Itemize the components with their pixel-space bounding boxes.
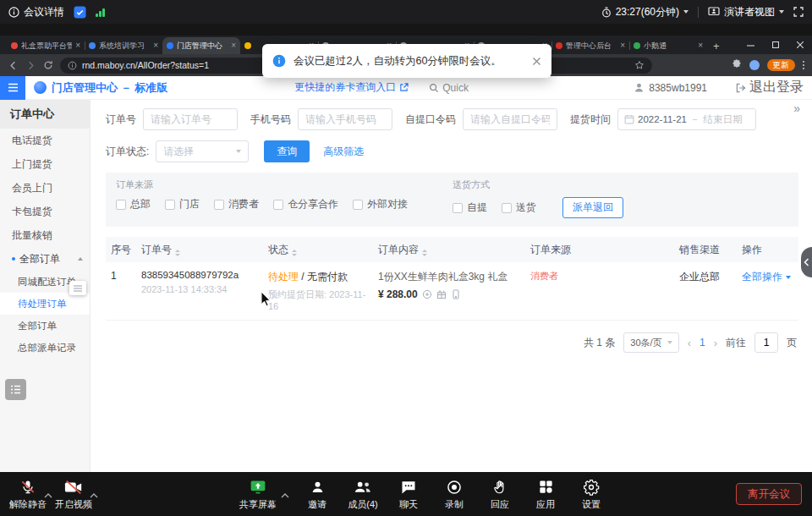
- coupon-query-link[interactable]: 更快捷的券卡查询入口: [294, 80, 409, 95]
- forward-button[interactable]: [25, 60, 36, 71]
- invite-button[interactable]: 邀请: [298, 478, 337, 511]
- sidebar-item-card-pickup[interactable]: 卡包提货: [0, 200, 90, 223]
- network-signal-icon[interactable]: [96, 8, 105, 17]
- phone-input[interactable]: [298, 108, 392, 130]
- dispatch-return-button[interactable]: 派单退回: [562, 197, 623, 218]
- toast-close-icon[interactable]: [532, 57, 541, 66]
- all-actions-link[interactable]: 全部操作: [742, 270, 782, 284]
- prev-page-button[interactable]: ‹: [688, 338, 691, 349]
- browser-tab[interactable]: 小鹅通 ×: [629, 37, 707, 54]
- tab-close-icon[interactable]: ×: [698, 41, 703, 50]
- app-menu-button[interactable]: [0, 76, 25, 100]
- view-mode-switcher[interactable]: 演讲者视图: [708, 5, 784, 19]
- tab-close-icon[interactable]: ×: [231, 41, 236, 50]
- tab-close-icon[interactable]: ×: [620, 41, 625, 50]
- sidebar-sub-all-orders[interactable]: 全部订单: [0, 315, 90, 337]
- order-created-time: 2023-11-13 14:33:34: [141, 284, 263, 294]
- window-maximize-button[interactable]: [763, 36, 787, 54]
- leave-meeting-button[interactable]: 离开会议: [736, 483, 802, 505]
- page-size-select[interactable]: 30条/页: [623, 332, 678, 353]
- search-button[interactable]: 查询: [264, 140, 310, 162]
- reactions-button[interactable]: 回应: [480, 478, 519, 511]
- microphone-muted-icon: [19, 478, 36, 496]
- bullet-icon: [12, 257, 15, 261]
- apps-button[interactable]: 应用: [526, 478, 565, 511]
- collapse-panel-icon[interactable]: »: [793, 102, 800, 114]
- browser-menu-icon[interactable]: [803, 61, 805, 70]
- coin-icon: [422, 289, 432, 299]
- new-tab-button[interactable]: +: [713, 41, 720, 52]
- browser-update-button[interactable]: 更新: [767, 59, 795, 71]
- members-button[interactable]: 成员(4): [343, 478, 382, 511]
- sidebar-group-all-orders[interactable]: 全部订单: [0, 247, 90, 271]
- goto-page-input[interactable]: [754, 332, 778, 353]
- sidebar-toggle-button[interactable]: [5, 379, 26, 400]
- invite-person-icon: [310, 478, 326, 496]
- share-options-chevron[interactable]: [281, 486, 289, 511]
- unmute-button[interactable]: 解除静音: [8, 478, 47, 511]
- checkbox-source-store[interactable]: 门店: [165, 197, 200, 211]
- sidebar-item-door-pickup[interactable]: 上门提货: [0, 152, 90, 176]
- account-menu[interactable]: 8385wb1991: [634, 82, 707, 94]
- sidebar-sub-pending-orders[interactable]: 待处理订单: [0, 293, 90, 315]
- sort-icon[interactable]: [175, 250, 180, 256]
- row-actions[interactable]: 全部操作: [737, 270, 798, 284]
- logout-button[interactable]: 退出登录: [736, 79, 804, 96]
- next-page-button[interactable]: ›: [714, 338, 717, 349]
- sort-icon[interactable]: [422, 250, 427, 256]
- sidebar-item-member-visit[interactable]: 会员上门: [0, 176, 90, 200]
- checkbox-icon: [502, 203, 512, 213]
- checkbox-source-consumer[interactable]: 消费者: [214, 197, 259, 211]
- audio-options-chevron[interactable]: [44, 486, 52, 511]
- window-minimize-button[interactable]: [738, 36, 763, 54]
- col-order-no[interactable]: 订单号: [136, 243, 263, 257]
- extensions-icon[interactable]: [732, 58, 742, 73]
- refresh-button[interactable]: [43, 60, 53, 70]
- total-count: 共 1 条: [584, 336, 615, 350]
- record-button[interactable]: 录制: [435, 478, 474, 511]
- back-button[interactable]: [8, 60, 19, 71]
- current-page[interactable]: 1: [700, 337, 705, 349]
- checkbox-source-hq[interactable]: 总部: [116, 197, 151, 211]
- security-shield-icon[interactable]: [74, 6, 86, 19]
- checkbox-source-external[interactable]: 外部对接: [353, 197, 408, 211]
- fullscreen-button[interactable]: [793, 7, 804, 17]
- order-status-select[interactable]: 请选择: [156, 140, 249, 162]
- checkbox-self-pickup[interactable]: 自提: [453, 200, 487, 215]
- pickup-date-range[interactable]: 2022-11-21 － 结束日期: [617, 108, 756, 130]
- video-options-chevron[interactable]: [90, 486, 98, 511]
- browser-tab-active[interactable]: 门店管理中心 ×: [162, 37, 240, 54]
- col-content[interactable]: 订单内容: [373, 243, 525, 257]
- checkbox-source-warehouse-coop[interactable]: 仓分享合作: [273, 197, 338, 211]
- bookmark-star-icon[interactable]: [634, 60, 645, 70]
- browser-tab[interactable]: 管理中心后台 ×: [551, 37, 629, 54]
- sort-icon[interactable]: [292, 250, 297, 256]
- quick-search[interactable]: Quick: [429, 82, 469, 94]
- side-drawer-handle[interactable]: [801, 247, 812, 277]
- tab-close-icon[interactable]: ×: [153, 41, 158, 50]
- chat-button[interactable]: 聊天: [389, 478, 428, 511]
- sidebar-item-phone-pickup[interactable]: 电话提货: [0, 129, 90, 152]
- sidebar-drag-handle[interactable]: [69, 281, 86, 295]
- profile-avatar[interactable]: [749, 60, 760, 70]
- meeting-details-button[interactable]: 会议详情: [8, 5, 64, 19]
- advanced-filter-link[interactable]: 高级筛选: [323, 145, 364, 159]
- meeting-main-controls: 共享屏幕 邀请 成员(4) 聊天: [239, 478, 611, 511]
- gear-icon: [583, 478, 600, 496]
- col-status[interactable]: 状态: [263, 243, 373, 257]
- browser-tab[interactable]: 系统培训学习 ×: [85, 37, 162, 54]
- sidebar-item-batch-verify[interactable]: 批量核销: [0, 223, 90, 247]
- status-badge: 待处理: [268, 271, 299, 283]
- site-info-icon[interactable]: [68, 61, 77, 70]
- start-video-button[interactable]: 开启视频: [54, 478, 93, 511]
- settings-button[interactable]: 设置: [572, 478, 611, 511]
- browser-tab[interactable]: 礼盒票助平台管理中心 ×: [7, 37, 85, 54]
- sidebar-sub-hq-dispatch-log[interactable]: 总部派单记录: [0, 337, 90, 359]
- meeting-timer[interactable]: 23:27(60分钟): [601, 5, 689, 19]
- tab-close-icon[interactable]: ×: [75, 41, 80, 50]
- window-close-button[interactable]: [787, 36, 812, 54]
- order-no-input[interactable]: [143, 108, 238, 130]
- pickup-code-input[interactable]: [463, 108, 557, 130]
- share-screen-button[interactable]: 共享屏幕: [239, 478, 277, 511]
- checkbox-delivery[interactable]: 送货: [502, 200, 536, 215]
